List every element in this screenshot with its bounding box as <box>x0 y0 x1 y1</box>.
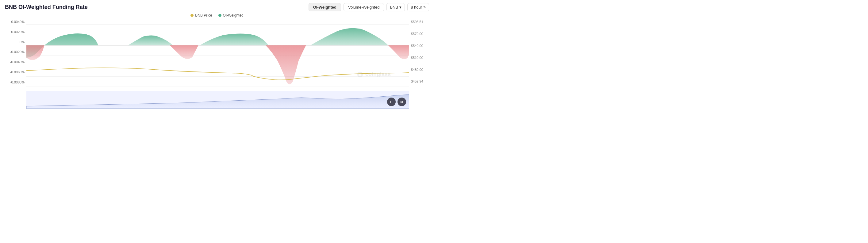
legend-bnb-price: BNB Price <box>190 13 212 18</box>
main-chart-svg <box>26 19 409 90</box>
page-title: BNB OI-Weighted Funding Rate <box>5 4 88 10</box>
red-area-big <box>266 45 306 84</box>
mini-chart-row <box>5 91 429 109</box>
y-right-4: $510.00 <box>411 56 429 60</box>
y-label-6: -0.0060% <box>5 70 25 74</box>
mini-spacer-left <box>5 91 26 109</box>
y-axis-right: $595.51 $570.00 $540.00 $510.00 $480.00 … <box>409 19 429 90</box>
red-area-start <box>26 45 44 60</box>
controls-bar: OI-Weighted Volume-Weighted BNB ▾ 8 hour… <box>309 3 429 11</box>
y-label-3: 0% <box>5 40 25 44</box>
oi-weighted-label: OI-Weighted <box>223 13 244 18</box>
legend-oi-weighted: OI-Weighted <box>218 13 244 18</box>
mini-chart-controls <box>387 97 406 106</box>
up-down-icon: ⇅ <box>423 6 426 9</box>
tab-oi-weighted[interactable]: OI-Weighted <box>309 3 341 11</box>
hour-selector[interactable]: 8 hour ⇅ <box>407 3 429 11</box>
svg-rect-10 <box>402 101 402 103</box>
mini-chart-svg <box>26 91 409 109</box>
asset-dropdown[interactable]: BNB ▾ <box>386 3 405 11</box>
bnb-price-label: BNB Price <box>195 13 212 18</box>
mini-area <box>26 94 409 109</box>
y-label-5: -0.0040% <box>5 60 25 64</box>
bnb-price-line <box>26 68 409 80</box>
bnb-price-color-dot <box>190 14 193 17</box>
chart-legend: BNB Price OI-Weighted <box>5 13 429 18</box>
mini-chart-container <box>26 91 409 109</box>
y-right-3: $540.00 <box>411 44 429 48</box>
main-container: BNB OI-Weighted Funding Rate OI-Weighted… <box>0 0 434 121</box>
watermark: coinglass <box>357 71 391 78</box>
green-area-4 <box>310 28 388 45</box>
y-label-4: -0.0020% <box>5 50 25 54</box>
tab-volume-weighted[interactable]: Volume-Weighted <box>343 3 384 11</box>
y-right-1: $595.51 <box>411 20 429 24</box>
green-area-3 <box>200 34 269 45</box>
mini-spacer-right <box>409 91 429 109</box>
y-right-6: $452.94 <box>411 80 429 83</box>
mini-pause-button[interactable] <box>387 97 396 106</box>
svg-rect-9 <box>401 101 401 103</box>
y-label-7: -0.0080% <box>5 81 25 84</box>
header: BNB OI-Weighted Funding Rate OI-Weighted… <box>5 3 429 11</box>
y-axis-left: 0.0040% 0.0020% 0% -0.0020% -0.0040% -0.… <box>5 19 26 90</box>
red-area-4 <box>388 45 409 59</box>
chevron-down-icon: ▾ <box>399 5 402 9</box>
y-label-2: 0.0020% <box>5 30 25 34</box>
svg-rect-7 <box>391 101 391 103</box>
y-right-5: $480.00 <box>411 68 429 71</box>
mini-bar-button[interactable] <box>398 97 406 106</box>
y-label-1: 0.0040% <box>5 20 25 24</box>
green-area-2 <box>128 35 173 45</box>
svg-rect-8 <box>392 101 392 103</box>
red-area-2 <box>170 45 198 59</box>
chart-wrapper: coinglass 28 Aug 28 Aug 29 Aug 30 Aug 30… <box>26 19 409 90</box>
oi-weighted-color-dot <box>218 14 221 17</box>
y-right-2: $570.00 <box>411 32 429 36</box>
svg-rect-11 <box>402 101 403 103</box>
